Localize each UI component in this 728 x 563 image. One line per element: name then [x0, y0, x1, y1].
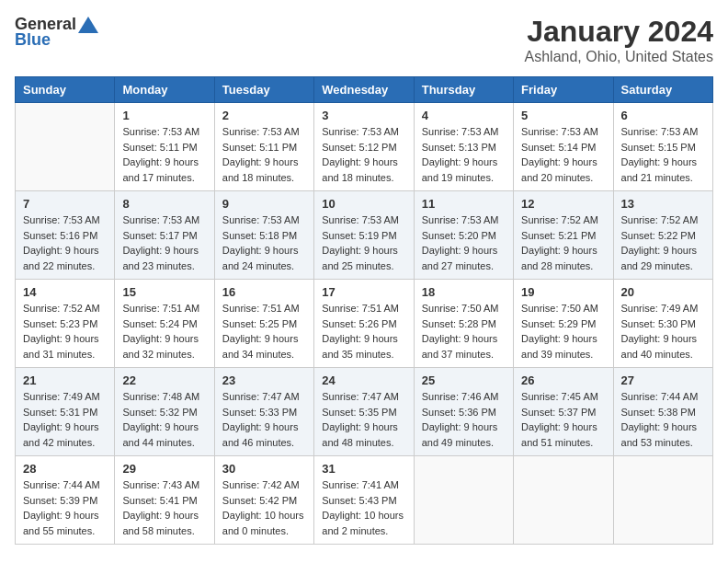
day-info: Sunrise: 7:51 AMSunset: 5:24 PMDaylight:…	[122, 301, 206, 362]
day-number: 20	[621, 285, 705, 299]
day-info: Sunrise: 7:53 AMSunset: 5:13 PMDaylight:…	[422, 124, 506, 185]
day-number: 11	[422, 197, 506, 211]
calendar-week-row: 1Sunrise: 7:53 AMSunset: 5:11 PMDaylight…	[16, 103, 713, 191]
day-number: 17	[322, 285, 405, 299]
day-number: 27	[621, 373, 705, 387]
day-number: 14	[23, 285, 107, 299]
day-number: 31	[322, 462, 405, 476]
day-number: 9	[222, 197, 306, 211]
calendar-cell: 28Sunrise: 7:44 AMSunset: 5:39 PMDayligh…	[16, 456, 115, 545]
column-header-sunday: Sunday	[16, 77, 115, 103]
day-number: 30	[222, 462, 306, 476]
day-info: Sunrise: 7:53 AMSunset: 5:16 PMDaylight:…	[23, 213, 107, 273]
day-number: 21	[23, 373, 107, 387]
day-info: Sunrise: 7:49 AMSunset: 5:31 PMDaylight:…	[23, 389, 107, 450]
day-number: 22	[122, 373, 206, 387]
day-info: Sunrise: 7:42 AMSunset: 5:42 PMDaylight:…	[222, 477, 306, 538]
day-info: Sunrise: 7:53 AMSunset: 5:11 PMDaylight:…	[122, 124, 206, 185]
day-info: Sunrise: 7:50 AMSunset: 5:29 PMDaylight:…	[521, 301, 605, 362]
day-number: 4	[422, 109, 506, 122]
day-number: 19	[521, 285, 605, 299]
day-info: Sunrise: 7:51 AMSunset: 5:25 PMDaylight:…	[222, 301, 306, 362]
calendar-cell: 8Sunrise: 7:53 AMSunset: 5:17 PMDaylight…	[115, 191, 214, 280]
day-info: Sunrise: 7:41 AMSunset: 5:43 PMDaylight:…	[322, 477, 405, 538]
day-number: 1	[122, 109, 206, 122]
day-info: Sunrise: 7:48 AMSunset: 5:32 PMDaylight:…	[122, 389, 206, 450]
calendar-cell: 23Sunrise: 7:47 AMSunset: 5:33 PMDayligh…	[214, 368, 313, 456]
day-info: Sunrise: 7:52 AMSunset: 5:23 PMDaylight:…	[23, 301, 107, 362]
calendar-cell: 1Sunrise: 7:53 AMSunset: 5:11 PMDaylight…	[115, 103, 214, 191]
column-header-thursday: Thursday	[414, 77, 513, 103]
day-info: Sunrise: 7:52 AMSunset: 5:22 PMDaylight:…	[621, 213, 705, 273]
calendar-cell: 5Sunrise: 7:53 AMSunset: 5:14 PMDaylight…	[514, 103, 613, 191]
calendar-cell: 22Sunrise: 7:48 AMSunset: 5:32 PMDayligh…	[115, 368, 214, 456]
calendar-cell: 26Sunrise: 7:45 AMSunset: 5:37 PMDayligh…	[514, 368, 613, 456]
calendar-cell: 14Sunrise: 7:52 AMSunset: 5:23 PMDayligh…	[16, 280, 115, 368]
day-info: Sunrise: 7:50 AMSunset: 5:28 PMDaylight:…	[422, 301, 506, 362]
calendar-cell: 11Sunrise: 7:53 AMSunset: 5:20 PMDayligh…	[414, 191, 513, 280]
calendar-cell	[16, 103, 115, 191]
day-info: Sunrise: 7:44 AMSunset: 5:39 PMDaylight:…	[23, 477, 107, 538]
calendar-cell: 18Sunrise: 7:50 AMSunset: 5:28 PMDayligh…	[414, 280, 513, 368]
day-number: 15	[122, 285, 206, 299]
svg-marker-0	[78, 17, 98, 33]
calendar-cell: 12Sunrise: 7:52 AMSunset: 5:21 PMDayligh…	[514, 191, 613, 280]
day-info: Sunrise: 7:51 AMSunset: 5:26 PMDaylight:…	[322, 301, 405, 362]
day-number: 5	[521, 109, 605, 122]
month-title: January 2024	[525, 15, 713, 49]
day-number: 28	[23, 462, 107, 476]
day-number: 25	[422, 373, 506, 387]
calendar-cell: 31Sunrise: 7:41 AMSunset: 5:43 PMDayligh…	[314, 456, 414, 545]
day-number: 18	[422, 285, 506, 299]
day-info: Sunrise: 7:46 AMSunset: 5:36 PMDaylight:…	[422, 389, 506, 450]
day-info: Sunrise: 7:47 AMSunset: 5:33 PMDaylight:…	[222, 389, 306, 450]
day-info: Sunrise: 7:43 AMSunset: 5:41 PMDaylight:…	[122, 477, 206, 538]
column-header-monday: Monday	[115, 77, 214, 103]
day-number: 2	[222, 109, 306, 122]
calendar-week-row: 21Sunrise: 7:49 AMSunset: 5:31 PMDayligh…	[16, 368, 713, 456]
day-number: 10	[322, 197, 405, 211]
calendar-cell: 24Sunrise: 7:47 AMSunset: 5:35 PMDayligh…	[314, 368, 414, 456]
calendar-cell: 27Sunrise: 7:44 AMSunset: 5:38 PMDayligh…	[613, 368, 712, 456]
column-header-tuesday: Tuesday	[214, 77, 313, 103]
day-number: 6	[621, 109, 705, 122]
day-info: Sunrise: 7:45 AMSunset: 5:37 PMDaylight:…	[521, 389, 605, 450]
column-header-wednesday: Wednesday	[314, 77, 414, 103]
calendar-cell: 19Sunrise: 7:50 AMSunset: 5:29 PMDayligh…	[514, 280, 613, 368]
column-header-friday: Friday	[514, 77, 613, 103]
location-title: Ashland, Ohio, United States	[525, 49, 713, 65]
calendar-cell: 21Sunrise: 7:49 AMSunset: 5:31 PMDayligh…	[16, 368, 115, 456]
day-number: 16	[222, 285, 306, 299]
calendar-header-row: SundayMondayTuesdayWednesdayThursdayFrid…	[16, 77, 713, 103]
calendar-cell: 25Sunrise: 7:46 AMSunset: 5:36 PMDayligh…	[414, 368, 513, 456]
calendar-cell: 6Sunrise: 7:53 AMSunset: 5:15 PMDaylight…	[613, 103, 712, 191]
calendar-cell: 20Sunrise: 7:49 AMSunset: 5:30 PMDayligh…	[613, 280, 712, 368]
day-info: Sunrise: 7:53 AMSunset: 5:19 PMDaylight:…	[322, 213, 405, 273]
day-number: 29	[122, 462, 206, 476]
calendar-cell	[613, 456, 712, 545]
calendar-cell: 4Sunrise: 7:53 AMSunset: 5:13 PMDaylight…	[414, 103, 513, 191]
logo-blue-text: Blue	[15, 30, 51, 50]
day-info: Sunrise: 7:53 AMSunset: 5:11 PMDaylight:…	[222, 124, 306, 185]
page-header: General Blue January 2024 Ashland, Ohio,…	[15, 15, 713, 65]
day-number: 3	[322, 109, 405, 122]
day-number: 7	[23, 197, 107, 211]
day-info: Sunrise: 7:53 AMSunset: 5:20 PMDaylight:…	[422, 213, 506, 273]
calendar-cell: 15Sunrise: 7:51 AMSunset: 5:24 PMDayligh…	[115, 280, 214, 368]
calendar-cell	[414, 456, 513, 545]
calendar-cell: 9Sunrise: 7:53 AMSunset: 5:18 PMDaylight…	[214, 191, 313, 280]
calendar-cell	[514, 456, 613, 545]
calendar-cell: 2Sunrise: 7:53 AMSunset: 5:11 PMDaylight…	[214, 103, 313, 191]
title-area: January 2024 Ashland, Ohio, United State…	[525, 15, 713, 65]
day-number: 23	[222, 373, 306, 387]
calendar-table: SundayMondayTuesdayWednesdayThursdayFrid…	[15, 76, 713, 545]
day-info: Sunrise: 7:53 AMSunset: 5:17 PMDaylight:…	[122, 213, 206, 273]
day-info: Sunrise: 7:44 AMSunset: 5:38 PMDaylight:…	[621, 389, 705, 450]
day-info: Sunrise: 7:49 AMSunset: 5:30 PMDaylight:…	[621, 301, 705, 362]
calendar-cell: 7Sunrise: 7:53 AMSunset: 5:16 PMDaylight…	[16, 191, 115, 280]
day-info: Sunrise: 7:47 AMSunset: 5:35 PMDaylight:…	[322, 389, 405, 450]
logo-icon	[78, 17, 98, 33]
day-info: Sunrise: 7:53 AMSunset: 5:12 PMDaylight:…	[322, 124, 405, 185]
calendar-week-row: 28Sunrise: 7:44 AMSunset: 5:39 PMDayligh…	[16, 456, 713, 545]
calendar-week-row: 14Sunrise: 7:52 AMSunset: 5:23 PMDayligh…	[16, 280, 713, 368]
